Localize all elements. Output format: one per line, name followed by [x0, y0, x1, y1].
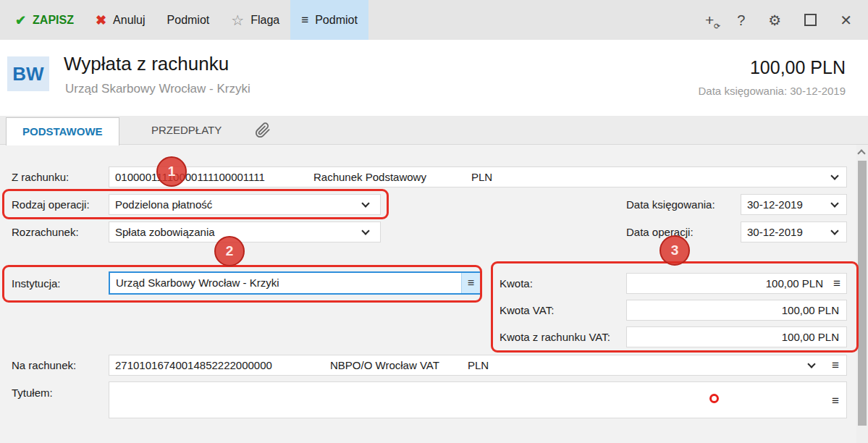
chevron-down-icon[interactable]	[807, 360, 815, 368]
menu-icon: ≡	[301, 14, 308, 26]
annotation-badge-3: 3	[660, 235, 690, 266]
chevron-down-icon[interactable]	[830, 199, 838, 207]
label-z-rachunku: Z rachunku:	[12, 171, 69, 183]
label-rozrachunek: Rozrachunek:	[12, 226, 79, 238]
label-na-rachunek: Na rachunek:	[12, 359, 76, 371]
chevron-down-icon[interactable]	[830, 172, 838, 180]
plus-icon: +	[705, 12, 714, 28]
instytucja-input[interactable]: Urząd Skarbowy Wrocław - Krzyki ≡	[109, 271, 481, 295]
attachment-icon[interactable]	[255, 122, 271, 141]
podmiot-active-button[interactable]: ≡ Podmiot	[290, 0, 368, 40]
data-ksiegowania-value: 30-12-2019	[747, 195, 803, 214]
cancel-button[interactable]: ✖ Anuluj	[85, 0, 156, 40]
rozrachunek-value: Spłata zobowiązania	[115, 222, 215, 242]
kwota-z-rachunku-vat-value: 100,00 PLN	[782, 327, 839, 347]
header-amount: 100,00 PLN	[750, 57, 846, 78]
label-kwota: Kwota:	[500, 277, 533, 290]
save-button[interactable]: ✔ ZAPISZ	[4, 0, 85, 40]
refresh-icon: ⟳	[714, 22, 720, 30]
label-data-ksiegowania: Data księgowania:	[626, 198, 715, 211]
star-icon: ☆	[231, 13, 244, 28]
scrollbar-thumb[interactable]	[858, 161, 867, 426]
z-rachunku-currency: PLN	[471, 167, 492, 187]
chevron-down-icon[interactable]	[830, 227, 838, 235]
data-operacji-select[interactable]: 30-12-2019	[741, 222, 847, 242]
document-header: BW Wypłata z rachunku Urząd Skarbowy Wro…	[0, 40, 868, 116]
close-icon[interactable]: ✕	[840, 13, 852, 28]
check-icon: ✔	[15, 14, 26, 27]
chevron-down-icon[interactable]	[361, 227, 369, 235]
chevron-down-icon[interactable]	[361, 199, 369, 207]
window: ✔ ZAPISZ ✖ Anuluj Podmiot ☆ Flaga ≡ Podm…	[0, 0, 868, 443]
na-rachunek-currency: PLN	[468, 355, 489, 375]
kwota-vat-input[interactable]: 100,00 PLN	[626, 300, 847, 321]
settings-icon[interactable]: ⚙	[768, 13, 781, 28]
flag-button[interactable]: ☆ Flaga	[220, 0, 290, 40]
data-operacji-value: 30-12-2019	[747, 222, 803, 242]
tab-podstawowe[interactable]: PODSTAWOWE	[6, 117, 119, 145]
kwota-vat-value: 100,00 PLN	[782, 300, 839, 320]
maximize-icon[interactable]	[804, 14, 817, 26]
cross-icon: ✖	[96, 14, 106, 27]
cancel-button-label: Anuluj	[113, 14, 145, 27]
kwota-menu-icon[interactable]: ≡	[833, 274, 840, 293]
page-subtitle: Urząd Skarbowy Wrocław - Krzyki	[65, 82, 250, 96]
z-rachunku-select[interactable]: 01000011110000111100001111 Rachunek Pods…	[109, 166, 847, 187]
rodzaj-operacji-value: Podzielona płatność	[115, 195, 212, 214]
document-type-badge: BW	[7, 56, 49, 91]
toolbar: ✔ ZAPISZ ✖ Anuluj Podmiot ☆ Flaga ≡ Podm…	[0, 0, 868, 40]
rozrachunek-select[interactable]: Spłata zobowiązania	[109, 222, 381, 242]
label-rodzaj-operacji: Rodzaj operacji:	[12, 198, 90, 211]
z-rachunku-account: 01000011110000111100001111	[115, 167, 265, 187]
vertical-scrollbar[interactable]	[856, 145, 868, 443]
podmiot-active-button-label: Podmiot	[315, 14, 358, 27]
label-data-operacji: Data operacji:	[626, 226, 694, 238]
na-rachunek-select[interactable]: 27101016740014852222000000 NBPO/O Wrocła…	[109, 355, 847, 376]
tytulem-textarea[interactable]: ≡	[109, 381, 847, 418]
label-kwota-z-rachunku-vat: Kwota z rachunku VAT:	[500, 331, 610, 343]
header-booking-date: Data księgowania: 30-12-2019	[699, 85, 846, 97]
tab-bar: PODSTAWOWE PRZEDPŁATY	[0, 116, 868, 145]
podmiot-button-label: Podmiot	[167, 14, 210, 27]
na-rachunek-name: NBPO/O Wrocław VAT	[330, 355, 439, 375]
add-refresh-icon[interactable]: + ⟳	[705, 12, 714, 28]
window-controls: + ⟳ ? ⚙ ✕	[705, 0, 868, 40]
toolbar-spacer	[368, 0, 705, 40]
flag-button-label: Flaga	[250, 14, 279, 27]
page-title: Wypłata z rachunku	[64, 53, 229, 75]
data-ksiegowania-select[interactable]: 30-12-2019	[741, 194, 847, 215]
kwota-z-rachunku-vat-input[interactable]: 100,00 PLN	[626, 326, 847, 347]
label-instytucja: Instytucja:	[12, 277, 61, 290]
kwota-value: 100,00 PLN	[766, 274, 823, 293]
help-icon[interactable]: ?	[737, 13, 745, 28]
label-tytulem: Tytułem:	[12, 387, 53, 399]
tab-przedplaty[interactable]: PRZEDPŁATY	[140, 116, 233, 145]
na-rachunek-account: 27101016740014852222000000	[115, 355, 272, 375]
z-rachunku-name: Rachunek Podstawowy	[313, 167, 426, 187]
save-button-label: ZAPISZ	[33, 14, 74, 27]
rodzaj-operacji-select[interactable]: Podzielona płatność	[109, 194, 381, 215]
scroll-up-icon[interactable]	[857, 149, 865, 157]
na-rachunek-menu-icon[interactable]: ≡	[832, 355, 839, 375]
podmiot-button[interactable]: Podmiot	[156, 0, 221, 40]
kwota-input[interactable]: 100,00 PLN ≡	[626, 273, 847, 294]
instytucja-value: Urząd Skarbowy Wrocław - Krzyki	[116, 273, 279, 293]
menu-icon: ≡	[468, 277, 474, 290]
tytulem-menu-icon[interactable]: ≡	[832, 391, 839, 410]
label-kwota-vat: Kwota VAT:	[500, 304, 554, 316]
instytucja-lookup-button[interactable]: ≡	[461, 273, 480, 293]
